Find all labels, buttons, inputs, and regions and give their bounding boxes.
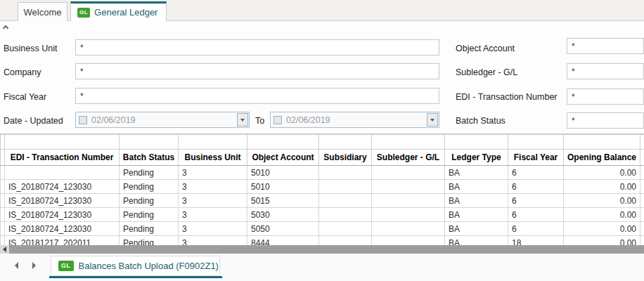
subledger-gl-input[interactable] xyxy=(567,63,644,79)
cell-opening-balance[interactable]: 0.00 xyxy=(564,236,640,246)
cell-opening-balance[interactable]: 0.00 xyxy=(564,208,640,222)
cell-subsidiary[interactable] xyxy=(319,222,372,236)
cell-edi[interactable]: IS_20181217_202011 xyxy=(5,236,120,246)
cell-subledger-gl[interactable] xyxy=(372,194,445,208)
cell-edi[interactable]: IS_20180724_123030 xyxy=(5,180,120,194)
cell-business-unit[interactable]: 3 xyxy=(179,208,247,222)
company-input[interactable] xyxy=(75,63,439,79)
cell-ledger-type[interactable]: BA xyxy=(445,166,508,180)
cell-fiscal-year[interactable]: 6 xyxy=(508,166,564,180)
cell-batch-status[interactable]: Pending xyxy=(120,166,179,180)
column-header-subledger-gl[interactable]: Subledger - G/L xyxy=(372,150,445,166)
cell-subledger-gl[interactable] xyxy=(372,208,445,222)
column-header-ledger-type[interactable]: Ledger Type xyxy=(445,150,508,166)
cell-edi[interactable]: IS_20180724_123030 xyxy=(5,208,120,222)
table-row[interactable]: Pending 3 5010 BA 6 0.00 xyxy=(1,166,644,180)
cell-subledger-gl[interactable] xyxy=(372,180,445,194)
cell-batch-status[interactable]: Pending xyxy=(120,222,179,236)
cell-business-unit[interactable]: 3 xyxy=(179,222,247,236)
cell-batch-status[interactable]: Pending xyxy=(120,236,179,246)
cell-opening-balance[interactable]: 0.00 xyxy=(564,166,640,180)
table-row[interactable]: IS_20181217_202011 Pending 3 8444 BA 18 … xyxy=(1,236,644,246)
cell-object-account[interactable]: 5010 xyxy=(247,180,319,194)
cell-subsidiary[interactable] xyxy=(319,194,372,208)
cell-edi[interactable] xyxy=(5,166,120,180)
cell-ledger-type[interactable]: BA xyxy=(445,222,508,236)
date-updated-to-field[interactable]: 02/06/2019 xyxy=(270,112,439,128)
tab-scroll-left-icon[interactable] xyxy=(12,261,20,270)
cell-business-unit[interactable]: 3 xyxy=(179,166,247,180)
filter-cell-business-unit[interactable] xyxy=(179,135,247,150)
cell-fiscal-year[interactable]: 6 xyxy=(508,208,564,222)
cell-fiscal-year[interactable]: 18 xyxy=(508,236,564,246)
date-from-dropdown-icon[interactable] xyxy=(237,113,248,126)
cell-opening-balance[interactable]: 0.00 xyxy=(564,180,640,194)
filter-cell-subledger-gl[interactable] xyxy=(372,135,445,150)
cell-object-account[interactable]: 5010 xyxy=(247,166,319,180)
business-unit-input[interactable] xyxy=(75,39,439,55)
filter-cell-edi[interactable] xyxy=(5,135,120,150)
date-updated-from-field[interactable]: 02/06/2019 xyxy=(75,112,250,128)
cell-subledger-gl[interactable] xyxy=(372,236,445,246)
column-header-object-account[interactable]: Object Account xyxy=(247,150,319,166)
cell-object-account[interactable]: 5050 xyxy=(247,222,319,236)
cell-business-unit[interactable]: 3 xyxy=(179,236,247,246)
cell-subsidiary[interactable] xyxy=(319,208,372,222)
batch-status-input[interactable] xyxy=(567,112,644,129)
bottom-tab-bar: GL Balances Batch Upload (F0902Z1) xyxy=(0,254,644,281)
tab-scroll-right-icon[interactable] xyxy=(30,261,38,270)
cell-opening-balance[interactable]: 0.00 xyxy=(564,194,640,208)
cell-object-account[interactable]: 8444 xyxy=(247,236,319,246)
cell-edi[interactable]: IS_20180724_123030 xyxy=(5,222,120,236)
cell-ledger-type[interactable]: BA xyxy=(445,208,508,222)
cell-fiscal-year[interactable]: 6 xyxy=(508,222,564,236)
date-to-dropdown-icon[interactable] xyxy=(427,113,438,126)
cell-object-account[interactable]: 5030 xyxy=(247,208,319,222)
cell-batch-status[interactable]: Pending xyxy=(120,180,179,194)
cell-subsidiary[interactable] xyxy=(319,236,372,246)
cell-fiscal-year[interactable]: 6 xyxy=(508,194,564,208)
cell-batch-status[interactable]: Pending xyxy=(120,194,179,208)
filter-cell-subsidiary[interactable] xyxy=(319,135,372,150)
cell-opening-balance[interactable]: 0.00 xyxy=(564,222,640,236)
cell-fiscal-year[interactable]: 6 xyxy=(508,180,564,194)
edi-transaction-number-input[interactable] xyxy=(567,89,644,105)
cell-object-account[interactable]: 5015 xyxy=(247,194,319,208)
object-account-input[interactable] xyxy=(567,38,644,54)
table-row[interactable]: IS_20180724_123030 Pending 3 5030 BA 6 0… xyxy=(1,208,644,222)
tab-welcome[interactable]: Welcome xyxy=(18,2,67,21)
scroll-left-arrow-icon[interactable] xyxy=(0,245,9,254)
cell-subsidiary[interactable] xyxy=(319,166,372,180)
horizontal-scrollbar[interactable] xyxy=(0,245,644,254)
column-header-subsidiary[interactable]: Subsidiary xyxy=(319,150,372,166)
cell-batch-status[interactable]: Pending xyxy=(120,208,179,222)
date-to-checkbox[interactable] xyxy=(273,116,282,124)
cell-edi[interactable]: IS_20180724_123030 xyxy=(5,194,120,208)
fiscal-year-input[interactable] xyxy=(75,88,439,104)
cell-ledger-type[interactable]: BA xyxy=(445,180,508,194)
filter-cell-fiscal-year[interactable] xyxy=(508,135,564,150)
cell-ledger-type[interactable]: BA xyxy=(445,236,508,246)
column-header-fiscal-year[interactable]: Fiscal Year xyxy=(508,150,564,166)
column-header-batch-status[interactable]: Batch Status xyxy=(120,150,179,166)
filter-cell-opening-balance[interactable] xyxy=(564,135,640,150)
cell-business-unit[interactable]: 3 xyxy=(179,194,247,208)
date-from-checkbox[interactable] xyxy=(79,116,87,124)
filter-cell-batch-status[interactable] xyxy=(120,135,179,150)
filter-cell-ledger-type[interactable] xyxy=(445,135,508,150)
column-header-business-unit[interactable]: Business Unit xyxy=(179,150,247,166)
table-row[interactable]: IS_20180724_123030 Pending 3 5010 BA 6 0… xyxy=(1,180,644,194)
cell-subsidiary[interactable] xyxy=(319,180,372,194)
column-header-opening-balance[interactable]: Opening Balance xyxy=(564,150,640,166)
cell-business-unit[interactable]: 3 xyxy=(179,180,247,194)
tab-balances-batch-upload[interactable]: GL Balances Batch Upload (F0902Z1) xyxy=(51,256,220,276)
tab-general-ledger[interactable]: GL General Ledger xyxy=(70,1,167,22)
table-row[interactable]: IS_20180724_123030 Pending 3 5015 BA 6 0… xyxy=(1,194,644,208)
cell-subledger-gl[interactable] xyxy=(372,222,445,236)
filter-cell-object-account[interactable] xyxy=(247,135,319,150)
collapse-form-chevron-icon[interactable] xyxy=(3,25,11,32)
table-row[interactable]: IS_20180724_123030 Pending 3 5050 BA 6 0… xyxy=(1,222,644,236)
column-header-edi[interactable]: EDI - Transaction Number xyxy=(5,150,120,166)
cell-ledger-type[interactable]: BA xyxy=(445,194,508,208)
cell-subledger-gl[interactable] xyxy=(372,166,445,180)
